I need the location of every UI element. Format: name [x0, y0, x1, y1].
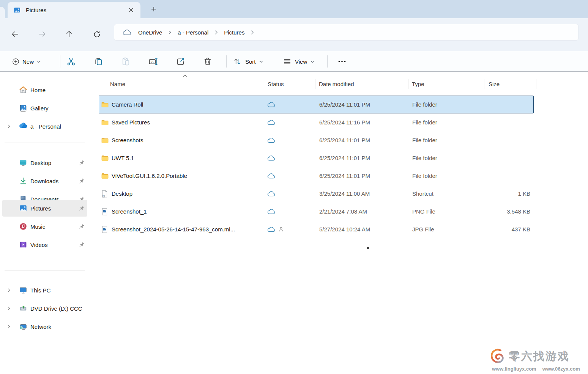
sidebar-item-network[interactable]: Network [0, 317, 89, 336]
folder-icon [101, 118, 109, 126]
pin-icon [79, 242, 85, 248]
folder-icon [101, 136, 109, 144]
sidebar-item-downloads[interactable]: Downloads [0, 172, 89, 190]
toolbar-divider [226, 55, 227, 68]
cloud-status-icon [267, 119, 276, 126]
sort-button[interactable]: Sort [230, 54, 266, 69]
tab-close-icon[interactable] [126, 5, 136, 15]
sidebar-item-label: Gallery [30, 105, 49, 112]
refresh-icon[interactable] [89, 27, 104, 42]
sidebar-item-pictures[interactable]: Pictures [0, 199, 89, 217]
onedrive-icon [19, 122, 27, 130]
breadcrumb-a-personal[interactable]: a - Personal [175, 28, 211, 37]
file-type: File folder [412, 167, 437, 184]
file-row[interactable]: Desktop 3/25/2024 11:00 AM Shortcut 1 KB [99, 185, 534, 203]
column-header-date-modified[interactable]: Date modified [319, 76, 354, 93]
image-file-icon [101, 207, 108, 215]
watermark-url-left: www.lingliuyx.com [492, 366, 536, 372]
chevron-right-icon[interactable] [6, 306, 11, 311]
new-tab-icon[interactable] [149, 4, 159, 14]
column-divider[interactable] [408, 79, 408, 89]
breadcrumb-onedrive[interactable]: OneDrive [135, 28, 165, 37]
chevron-right-icon[interactable] [6, 124, 11, 129]
file-type: File folder [412, 132, 437, 149]
folder-icon [101, 101, 109, 108]
copy-icon[interactable] [91, 54, 105, 69]
file-name: Desktop [112, 185, 132, 202]
view-button-label: View [295, 58, 307, 65]
file-row[interactable]: Camera Roll 6/25/2024 11:01 PM File fold… [99, 96, 534, 113]
sidebar-item-this-pc[interactable]: This PC [0, 281, 89, 299]
file-type: PNG File [412, 203, 435, 220]
file-size [470, 149, 530, 167]
column-divider[interactable] [536, 79, 536, 89]
column-header-size[interactable]: Size [489, 76, 500, 93]
see-more-icon[interactable] [333, 54, 351, 69]
address-bar[interactable]: OneDrive a - Personal Pictures [114, 24, 579, 41]
column-header-type[interactable]: Type [412, 76, 424, 93]
rename-icon[interactable]: A [146, 54, 160, 69]
forward-icon[interactable] [35, 27, 50, 42]
toolbar-divider [60, 55, 60, 68]
tab-pictures[interactable]: Pictures [8, 2, 140, 18]
file-row[interactable]: Screenshot_1 2/21/2024 7:08 AM PNG File … [99, 203, 534, 220]
cut-icon[interactable] [64, 54, 78, 69]
file-size: 1 KB [470, 185, 530, 202]
sidebar-item-label: Pictures [30, 205, 51, 212]
file-type: File folder [412, 114, 437, 131]
pictures-tab-icon [13, 6, 21, 14]
chevron-right-icon[interactable] [6, 288, 11, 293]
date-modified: 5/27/2024 10:24 AM [319, 221, 370, 238]
breadcrumb-chevron-icon[interactable] [247, 30, 257, 35]
file-row[interactable]: Screenshots 6/25/2024 11:01 PM File fold… [99, 131, 534, 149]
sidebar-item-a-personal[interactable]: a - Personal [0, 117, 89, 135]
cloud-status-icon [267, 191, 276, 197]
sidebar-separator [5, 270, 85, 270]
sidebar-item-desktop[interactable]: Desktop [0, 154, 89, 172]
file-type: Shortcut [412, 185, 434, 202]
sidebar-item-dvd-drive[interactable]: DVD Drive (D:) CCC [0, 299, 89, 317]
share-icon[interactable] [173, 54, 187, 69]
watermark-logo [489, 348, 506, 365]
paste-icon[interactable] [119, 54, 132, 69]
sidebar-item-gallery[interactable]: Gallery [0, 99, 89, 117]
back-icon[interactable] [8, 27, 23, 42]
file-row[interactable]: ViVeTool.GUI.1.6.2.0.Portable 6/25/2024 … [99, 167, 534, 185]
cloud-status-icon [267, 173, 276, 179]
column-header-name[interactable]: Name [110, 76, 125, 93]
pin-icon [79, 223, 85, 229]
status-cell [267, 167, 276, 184]
file-size: 3,548 KB [470, 203, 530, 220]
date-modified: 3/25/2024 11:00 AM [319, 185, 370, 202]
up-icon[interactable] [61, 27, 77, 42]
videos-icon [19, 240, 27, 249]
delete-icon[interactable] [201, 54, 214, 69]
view-button[interactable]: View [280, 54, 317, 69]
column-divider[interactable] [484, 79, 484, 89]
breadcrumb-chevron-icon[interactable] [211, 30, 221, 35]
chevron-right-icon[interactable] [6, 324, 11, 329]
sidebar-item-label: Desktop [30, 160, 51, 166]
sidebar-item-home[interactable]: Home [0, 81, 89, 99]
sidebar-item-music[interactable]: Music [0, 217, 89, 236]
date-modified: 2/21/2024 7:08 AM [319, 203, 367, 220]
pin-icon [79, 160, 85, 166]
file-size [470, 132, 530, 149]
file-type: File folder [412, 149, 437, 167]
watermark-title: 零六找游戏 [509, 349, 570, 364]
new-button[interactable]: New [8, 54, 44, 69]
file-name: Screenshot_2024-05-26-14-15-47-963_com.m… [112, 221, 235, 238]
pictures-icon [19, 204, 27, 212]
column-divider[interactable] [315, 79, 315, 89]
file-row[interactable]: UWT 5.1 6/25/2024 11:01 PM File folder [99, 149, 534, 167]
breadcrumb-chevron-icon[interactable] [165, 30, 175, 35]
sidebar-item-videos[interactable]: Videos [0, 236, 89, 254]
breadcrumb-pictures[interactable]: Pictures [221, 28, 247, 37]
column-header-status[interactable]: Status [268, 76, 284, 93]
dvd-drive-icon [19, 304, 27, 313]
column-divider[interactable] [264, 79, 264, 89]
file-explorer-window: Pictures OneDrive [0, 0, 588, 374]
file-row[interactable]: Saved Pictures 6/25/2024 11:16 PM File f… [99, 113, 534, 131]
folder-icon [101, 154, 109, 162]
file-row[interactable]: Screenshot_2024-05-26-14-15-47-963_com.m… [99, 220, 534, 238]
